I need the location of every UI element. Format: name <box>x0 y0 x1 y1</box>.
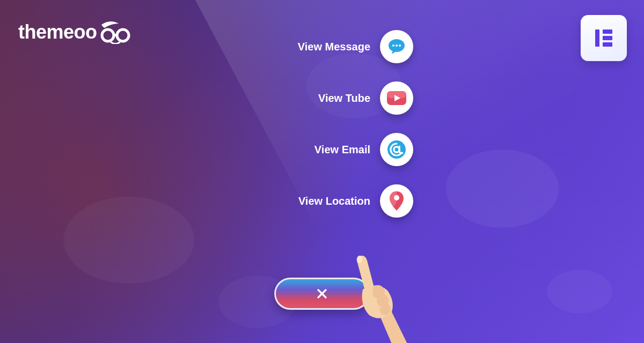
fab-circle <box>380 81 413 115</box>
fab-circle <box>380 133 413 166</box>
close-icon <box>316 288 328 300</box>
fab-label: View Message <box>231 41 370 53</box>
fab-item-email[interactable]: View Email <box>231 133 413 166</box>
fab-item-location[interactable]: View Location <box>231 184 413 218</box>
fab-toggle-button[interactable] <box>274 278 370 310</box>
stage: themeoo View Message <box>0 0 644 343</box>
fab-label: View Location <box>231 195 370 207</box>
fab-menu: View Message View Tube <box>0 30 644 218</box>
at-sign-icon <box>386 139 407 160</box>
fab-label: View Tube <box>231 92 370 105</box>
svg-point-16 <box>394 195 399 200</box>
fab-label: View Email <box>231 144 370 156</box>
fab-item-message[interactable]: View Message <box>231 30 413 63</box>
fab-item-tube[interactable]: View Tube <box>231 81 413 115</box>
fab-circle <box>380 184 413 218</box>
fab-circle <box>380 30 413 63</box>
svg-point-8 <box>392 44 394 47</box>
svg-point-19 <box>357 256 362 263</box>
svg-point-9 <box>396 44 398 47</box>
map-pin-icon <box>389 190 405 212</box>
youtube-icon <box>386 90 407 106</box>
svg-point-10 <box>399 44 401 47</box>
chat-bubble-icon <box>386 36 407 57</box>
